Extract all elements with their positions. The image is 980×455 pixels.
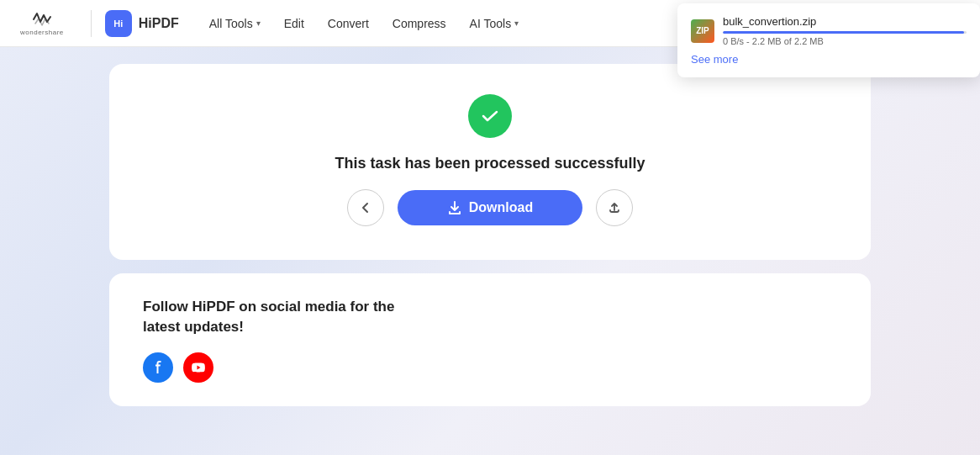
popup-see-more[interactable]: See more [691, 53, 967, 66]
nav-compress[interactable]: Compress [382, 12, 456, 35]
logo-area: wondershare [20, 10, 64, 36]
popup-file-icon-text: ZIP [696, 26, 709, 35]
upload-button[interactable] [596, 189, 633, 226]
back-button[interactable] [347, 189, 384, 226]
success-icon [468, 94, 512, 138]
wondershare-icon [30, 10, 54, 29]
action-row: Download [347, 189, 633, 226]
download-button-label: Download [469, 200, 533, 215]
success-card: This task has been processed successfull… [109, 64, 871, 260]
nav-edit-label: Edit [284, 17, 304, 30]
checkmark-icon [479, 105, 501, 127]
social-icons [143, 352, 837, 383]
main-content: This task has been processed successfull… [0, 47, 980, 455]
back-icon [360, 202, 371, 214]
youtube-button[interactable] [183, 352, 213, 383]
nav-all-tools[interactable]: All Tools ▾ [199, 12, 271, 35]
popup-download-item: ZIP bulk_convertion.zip 0 B/s - 2.2 MB o… [691, 15, 967, 46]
upload-icon [608, 201, 621, 214]
nav-ai-tools-label: AI Tools [470, 17, 512, 30]
popup-file-info: bulk_convertion.zip 0 B/s - 2.2 MB of 2.… [723, 15, 967, 46]
facebook-button[interactable] [143, 352, 173, 383]
wondershare-text: wondershare [20, 29, 64, 36]
popup-progress-bar [723, 31, 964, 34]
download-popup: ZIP bulk_convertion.zip 0 B/s - 2.2 MB o… [677, 3, 980, 77]
facebook-icon [150, 360, 166, 375]
popup-filename: bulk_convertion.zip [723, 15, 967, 28]
social-title: Follow HiPDF on social media for the lat… [143, 297, 395, 337]
hipdf-icon: Hi [105, 10, 132, 37]
popup-file-icon: ZIP [691, 19, 714, 43]
nav-convert[interactable]: Convert [318, 12, 379, 35]
popup-size-text: 0 B/s - 2.2 MB of 2.2 MB [723, 36, 967, 46]
success-title: This task has been processed successfull… [335, 155, 645, 172]
nav-edit[interactable]: Edit [274, 12, 314, 35]
nav-ai-tools[interactable]: AI Tools ▾ [460, 12, 530, 35]
header: wondershare Hi HiPDF All Tools ▾ Edit Co… [0, 0, 980, 47]
popup-progress-bar-container [723, 31, 967, 34]
nav-convert-label: Convert [328, 17, 369, 30]
header-divider [91, 10, 92, 37]
hipdf-text: HiPDF [139, 16, 179, 31]
download-icon [447, 200, 462, 215]
nav-compress-label: Compress [393, 17, 446, 30]
wondershare-logo: wondershare [20, 10, 64, 36]
nav-all-tools-label: All Tools [209, 17, 253, 30]
download-button[interactable]: Download [398, 190, 582, 225]
youtube-icon [191, 360, 206, 375]
hipdf-logo: Hi HiPDF [105, 10, 179, 37]
chevron-down-icon: ▾ [256, 19, 261, 28]
ai-tools-chevron-icon: ▾ [514, 19, 519, 28]
social-card: Follow HiPDF on social media for the lat… [109, 273, 871, 406]
